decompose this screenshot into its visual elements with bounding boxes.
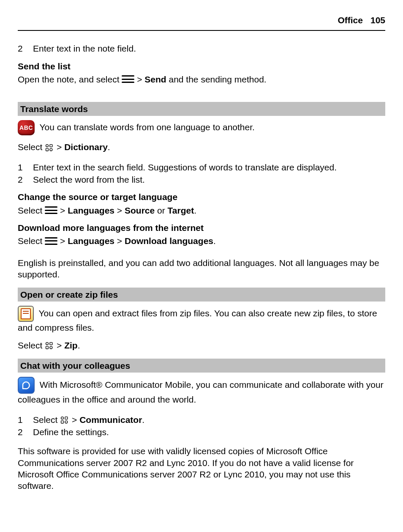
svg-point-8 [61, 417, 64, 420]
step-number: 1 [18, 162, 25, 173]
apps-grid-icon [60, 416, 69, 425]
text: > [117, 236, 125, 246]
apps-grid-icon [45, 341, 54, 351]
text: > [137, 74, 144, 84]
text: > [60, 236, 68, 246]
text: > [57, 142, 64, 152]
text: . [194, 206, 196, 215]
list-item: 1 Enter text in the search field. Sugges… [18, 162, 385, 173]
menu-icon [45, 206, 57, 214]
text: and the sending method. [169, 74, 266, 84]
section-heading-translate: Translate words [18, 102, 385, 116]
text: Select [18, 206, 45, 215]
bold-text: Languages [68, 236, 114, 246]
text: You can open and extract files from zip … [18, 308, 377, 332]
abc-icon: ABC [18, 120, 35, 135]
step-text: Select > Communicator. [33, 414, 144, 425]
paragraph: With Microsoft® Communicator Mobile, you… [18, 377, 385, 405]
svg-rect-2 [46, 148, 49, 151]
bold-text: Languages [68, 206, 114, 215]
header-page-number: 105 [370, 14, 385, 26]
text: . [142, 415, 144, 425]
step-text: Define the settings. [33, 426, 109, 438]
svg-rect-9 [65, 417, 68, 420]
bold-text: Target [168, 206, 194, 215]
bold-text: Download languages [125, 236, 213, 246]
list-item: 1 Select > Communicator. [18, 414, 385, 425]
section-heading-chat: Chat with your colleagues [18, 359, 385, 373]
subheading-change-language: Change the source or target language [18, 191, 385, 203]
menu-icon [122, 75, 134, 83]
bold-text: Communicator [79, 415, 142, 425]
text: Select [18, 142, 45, 152]
step-text: Select the word from the list. [33, 174, 145, 185]
list-item: 2 Enter text in the note field. [18, 43, 385, 54]
step-number: 2 [18, 174, 25, 185]
paragraph: Open the note, and select > Send and the… [18, 74, 385, 85]
menu-icon [45, 237, 57, 245]
paragraph: Select > Zip. [18, 340, 385, 351]
svg-rect-6 [46, 346, 49, 349]
svg-point-4 [46, 343, 49, 345]
text: > [60, 206, 68, 215]
paragraph: English is preinstalled, and you can add… [18, 257, 385, 280]
bold-text: Source [125, 206, 155, 215]
step-number: 1 [18, 414, 25, 425]
text: Select [18, 340, 45, 350]
text: You can translate words from one languag… [39, 122, 254, 132]
svg-point-11 [65, 421, 68, 423]
paragraph: You can open and extract files from zip … [18, 306, 385, 333]
step-number: 2 [18, 426, 25, 438]
section-heading-zip: Open or create zip files [18, 288, 385, 302]
svg-rect-5 [50, 343, 52, 345]
text: > [57, 340, 64, 350]
apps-grid-icon [45, 143, 54, 153]
bold-text: Zip [64, 340, 78, 350]
svg-point-7 [50, 346, 52, 349]
page: Office 105 2 Enter text in the note fiel… [0, 0, 403, 532]
subheading-send-list: Send the list [18, 60, 385, 72]
text: or [157, 206, 168, 215]
step-text: Enter text in the search field. Suggesti… [33, 162, 337, 173]
svg-rect-10 [61, 421, 64, 423]
bold-text: Dictionary [64, 142, 108, 152]
zip-icon [18, 306, 34, 322]
paragraph: Select > Dictionary. [18, 141, 385, 153]
paragraph: This software is provided for use with v… [18, 445, 385, 491]
svg-point-3 [50, 148, 52, 151]
text: > [72, 415, 79, 425]
text: Open the note, and select [18, 74, 122, 84]
communicator-icon [18, 377, 35, 394]
text: Select [33, 415, 60, 425]
list-item: 2 Select the word from the list. [18, 174, 385, 185]
page-header: Office 105 [18, 14, 385, 31]
text: . [108, 142, 110, 152]
text: . [78, 340, 80, 350]
text: > [117, 206, 125, 215]
svg-rect-1 [50, 145, 52, 147]
paragraph: ABC You can translate words from one lan… [18, 120, 385, 135]
text: Select [18, 236, 45, 246]
paragraph: Select > Languages > Download languages. [18, 235, 385, 247]
bold-text: Send [144, 74, 166, 84]
list-item: 2 Define the settings. [18, 426, 385, 438]
text: With Microsoft® Communicator Mobile, you… [18, 380, 384, 404]
step-number: 2 [18, 43, 25, 54]
paragraph: Select > Languages > Source or Target. [18, 205, 385, 216]
svg-point-0 [46, 145, 49, 147]
subheading-download-languages: Download more languages from the interne… [18, 222, 385, 233]
text: . [213, 236, 216, 246]
header-chapter: Office [338, 14, 363, 26]
step-text: Enter text in the note field. [33, 43, 136, 54]
